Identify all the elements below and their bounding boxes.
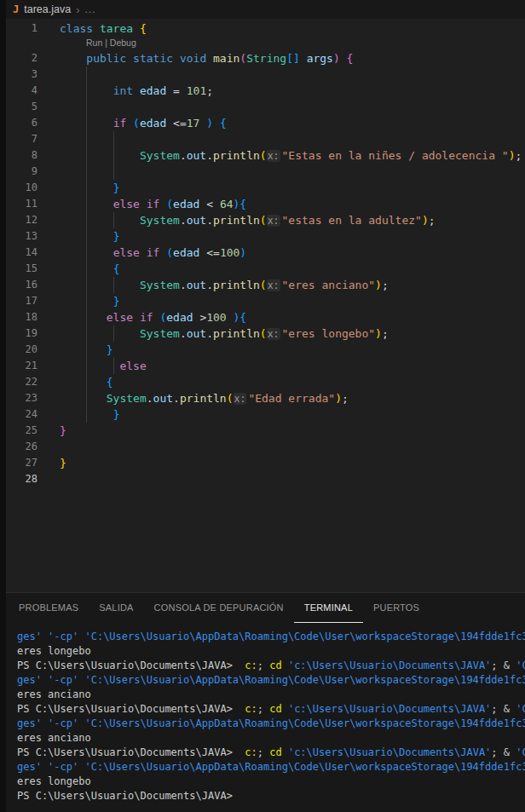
terminal-line: ges' '-cp' 'C:\Users\Usuario\AppData\Roa… <box>17 717 525 731</box>
indent-guide <box>113 325 114 342</box>
indent-guide <box>86 99 87 115</box>
code-line[interactable]: System.out.println(x:"eres longebo"); <box>60 325 389 342</box>
window-left-edge <box>0 0 6 812</box>
tab-problemas[interactable]: PROBLEMAS <box>9 593 89 623</box>
indent-guide <box>113 212 114 228</box>
code-line[interactable]: System.out.println(x:"Edad errada"); <box>60 390 349 406</box>
code-line[interactable]: else if (edad < 64){ <box>60 196 246 212</box>
java-file-icon: J <box>13 3 19 15</box>
code-row: 6 if (edad <=17 ) { <box>0 115 525 131</box>
indent-guide <box>86 115 87 131</box>
indent-guide <box>86 358 87 374</box>
code-line[interactable]: System.out.println(x:"eres anciano"); <box>60 277 389 293</box>
code-line[interactable]: class tarea { <box>60 20 147 37</box>
code-row: 2 public static void main(String[] args)… <box>0 50 525 66</box>
breadcrumb-bar: J tarea.java › ... <box>0 0 525 19</box>
bottom-panel: PROBLEMASSALIDACONSOLA DE DEPURACIÓNTERM… <box>0 592 525 812</box>
code-line[interactable]: } <box>60 228 119 245</box>
code-line[interactable]: System.out.println(x:"estas en la adulte… <box>60 212 436 228</box>
terminal-output[interactable]: ges' '-cp' 'C:\Users\Usuario\AppData\Roa… <box>0 623 525 812</box>
code-row: 8 System.out.println(x:"Estas en la niñe… <box>0 147 525 164</box>
code-row: 3 <box>0 66 525 83</box>
indent-guide <box>86 406 87 423</box>
code-line[interactable]: int edad = 101; <box>60 83 213 99</box>
code-row: 27} <box>0 455 525 471</box>
code-line[interactable]: else <box>60 358 147 374</box>
indent-guide <box>113 277 114 293</box>
terminal-line: eres anciano <box>17 688 525 702</box>
indent-guide <box>86 325 87 342</box>
indent-guide <box>86 261 87 277</box>
code-row: 1class tarea { <box>0 20 525 37</box>
indent-guide <box>86 293 87 309</box>
parameter-inlay-hint: x: <box>267 150 280 162</box>
parameter-inlay-hint: x: <box>234 393 247 405</box>
terminal-line: ges' '-cp' 'C:\Users\Usuario\AppData\Roa… <box>17 760 525 775</box>
code-line[interactable]: { <box>60 261 119 277</box>
code-row: 5 <box>0 99 525 115</box>
indent-guide <box>86 390 87 406</box>
code-area: 1class tarea {Run | Debug2 public static… <box>0 20 525 487</box>
terminal-line: eres longebo <box>17 775 525 789</box>
breadcrumb-file[interactable]: tarea.java <box>24 3 71 15</box>
breadcrumb-more[interactable]: ... <box>84 3 95 15</box>
code-line[interactable]: } <box>60 406 119 423</box>
indent-guide <box>86 147 87 164</box>
code-row: 20 } <box>0 342 525 358</box>
terminal-line: PS C:\Users\Usuario\Documents\JAVA> <box>17 789 525 803</box>
code-row: 28 <box>0 471 525 487</box>
indent-guide <box>86 374 87 390</box>
code-row: 23 System.out.println(x:"Edad errada"); <box>0 390 525 406</box>
editor[interactable]: 1class tarea {Run | Debug2 public static… <box>0 19 525 592</box>
tab-salida[interactable]: SALIDA <box>89 593 143 623</box>
indent-guide <box>86 245 87 261</box>
code-row: 16 System.out.println(x:"eres anciano"); <box>0 277 525 293</box>
code-row: 26 <box>0 439 525 455</box>
indent-guide <box>86 212 87 228</box>
tab-consola-de-depuración[interactable]: CONSOLA DE DEPURACIÓN <box>144 593 294 623</box>
code-line[interactable]: System.out.println(x:"Estas en la niñes … <box>60 147 522 164</box>
code-line[interactable]: } <box>60 180 119 196</box>
indent-guide <box>86 131 87 147</box>
indent-guide <box>86 228 87 245</box>
code-row: 19 System.out.println(x:"eres longebo"); <box>0 325 525 342</box>
tab-puertos[interactable]: PUERTOS <box>363 593 430 623</box>
terminal-line: PS C:\Users\Usuario\Documents\JAVA> c:; … <box>17 702 525 717</box>
tab-terminal[interactable]: TERMINAL <box>294 593 363 623</box>
terminal-line: PS C:\Users\Usuario\Documents\JAVA> c:; … <box>17 746 525 760</box>
indent-guide <box>113 358 114 374</box>
indent-guide <box>113 147 114 164</box>
code-line[interactable]: } <box>60 293 119 309</box>
terminal-line: ges' '-cp' 'C:\Users\Usuario\AppData\Roa… <box>17 630 525 644</box>
code-row: 4 int edad = 101; <box>0 83 525 99</box>
indent-guide <box>86 196 87 212</box>
code-row: 21 else <box>0 358 525 374</box>
code-row: 24 } <box>0 406 525 423</box>
code-line[interactable]: if (edad <=17 ) { <box>60 115 227 131</box>
indent-guide <box>86 342 87 358</box>
code-row: 18 else if (edad >100 ){ <box>0 309 525 325</box>
code-row: 14 else if (edad <=100) <box>0 245 525 261</box>
code-row: 9 <box>0 164 525 180</box>
code-row: 17 } <box>0 293 525 309</box>
codelens-run-debug[interactable]: Run | Debug <box>0 37 525 50</box>
indent-guide <box>86 83 87 99</box>
indent-guide <box>86 164 87 180</box>
terminal-line: eres longebo <box>17 644 525 659</box>
code-line[interactable]: } <box>60 455 66 471</box>
code-line[interactable]: else if (edad <=100) <box>60 245 246 261</box>
panel-tabs: PROBLEMASSALIDACONSOLA DE DEPURACIÓNTERM… <box>0 593 525 623</box>
code-row: 25} <box>0 423 525 439</box>
indent-guide <box>86 66 87 83</box>
code-row: 12 System.out.println(x:"estas en la adu… <box>0 212 525 228</box>
indent-guide <box>113 131 114 147</box>
terminal-line: PS C:\Users\Usuario\Documents\JAVA> c:; … <box>17 659 525 673</box>
code-line[interactable]: } <box>60 423 66 439</box>
code-line[interactable]: else if (edad >100 ){ <box>60 309 246 325</box>
terminal-line: eres anciano <box>17 731 525 746</box>
terminal-line: ges' '-cp' 'C:\Users\Usuario\AppData\Roa… <box>17 673 525 688</box>
indent-guide <box>86 277 87 293</box>
parameter-inlay-hint: x: <box>267 215 280 227</box>
code-row: 7 <box>0 131 525 147</box>
code-line[interactable]: public static void main(String[] args) { <box>60 50 353 66</box>
